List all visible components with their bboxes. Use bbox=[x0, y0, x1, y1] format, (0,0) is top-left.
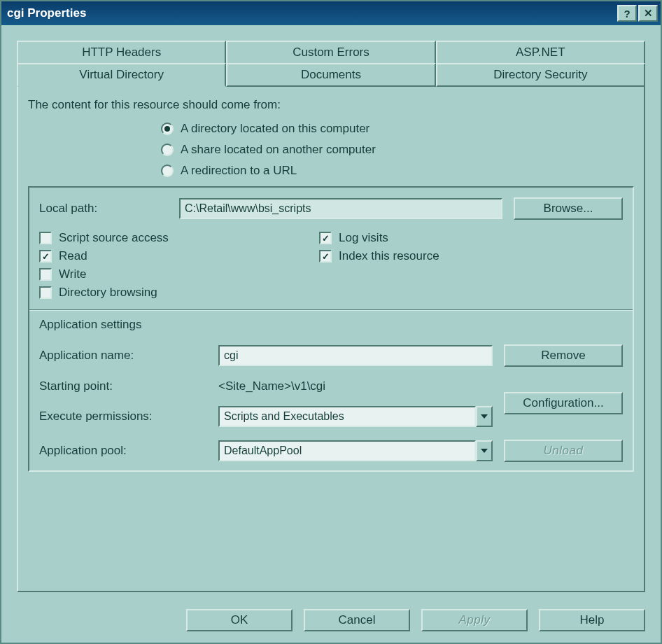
exec-perms-value bbox=[218, 406, 476, 427]
dialog-footer: OK Cancel Apply Help bbox=[17, 592, 645, 631]
exec-perms-select[interactable] bbox=[218, 406, 493, 427]
tab-http-headers[interactable]: HTTP Headers bbox=[17, 41, 226, 63]
checks-left-col: Script source access ✓ Read Write Di bbox=[39, 231, 291, 300]
svg-marker-1 bbox=[481, 449, 488, 453]
checkbox-icon bbox=[39, 286, 52, 299]
titlebar: cgi Properties ? ✕ bbox=[1, 1, 661, 25]
local-path-input[interactable] bbox=[179, 198, 502, 219]
radio-label: A directory located on this computer bbox=[181, 122, 369, 136]
radio-label: A share located on another computer bbox=[181, 143, 376, 157]
app-name-label: Application name: bbox=[39, 349, 207, 363]
exec-perms-label: Execute permissions: bbox=[39, 410, 207, 424]
local-path-label: Local path: bbox=[39, 202, 179, 216]
content-source-prompt: The content for this resource should com… bbox=[28, 98, 634, 112]
radio-icon bbox=[161, 144, 174, 156]
checkbox-label: Write bbox=[59, 267, 86, 281]
app-pool-select[interactable] bbox=[218, 440, 493, 461]
radio-label: A redirection to a URL bbox=[181, 164, 297, 178]
checkbox-icon: ✓ bbox=[319, 250, 332, 262]
local-path-row: Local path: Browse... bbox=[39, 197, 623, 220]
tab-panel: The content for this resource should com… bbox=[17, 85, 645, 592]
properties-dialog: cgi Properties ? ✕ HTTP Headers Custom E… bbox=[0, 0, 662, 644]
check-index-resource[interactable]: ✓ Index this resource bbox=[319, 249, 439, 263]
starting-point-label: Starting point: bbox=[39, 379, 207, 393]
radio-url-redirect[interactable]: A redirection to a URL bbox=[161, 164, 634, 178]
window-title: cgi Properties bbox=[7, 6, 86, 20]
content-area: HTTP Headers Custom Errors ASP.NET Virtu… bbox=[1, 25, 661, 643]
checkbox-label: Read bbox=[59, 249, 87, 263]
starting-point-value: <Site_Name>\v1\cgi bbox=[218, 379, 493, 393]
check-log-visits[interactable]: ✓ Log visits bbox=[319, 231, 439, 245]
checkbox-icon bbox=[39, 268, 52, 281]
radio-icon bbox=[161, 122, 174, 135]
checkbox-label: Directory browsing bbox=[59, 286, 157, 300]
configuration-button[interactable]: Configuration... bbox=[504, 392, 623, 414]
unload-button: Unload bbox=[504, 440, 623, 462]
help-button[interactable]: Help bbox=[539, 609, 645, 631]
checkbox-icon: ✓ bbox=[319, 232, 332, 244]
app-pool-label: Application pool: bbox=[39, 444, 207, 458]
checkbox-icon bbox=[39, 232, 52, 244]
check-write[interactable]: Write bbox=[39, 267, 291, 281]
content-source-radios: A directory located on this computer A s… bbox=[161, 122, 634, 178]
cancel-button[interactable]: Cancel bbox=[304, 609, 410, 631]
tab-custom-errors[interactable]: Custom Errors bbox=[226, 41, 435, 63]
radio-network-share[interactable]: A share located on another computer bbox=[161, 143, 634, 157]
titlebar-buttons: ? ✕ bbox=[617, 5, 658, 22]
check-script-source[interactable]: Script source access bbox=[39, 231, 291, 245]
permission-checks: Script source access ✓ Read Write Di bbox=[39, 231, 623, 300]
app-settings-heading: Application settings bbox=[39, 318, 623, 332]
radio-local-directory[interactable]: A directory located on this computer bbox=[161, 122, 634, 136]
chevron-down-icon bbox=[476, 440, 493, 461]
ok-button[interactable]: OK bbox=[186, 609, 293, 631]
check-directory-browsing[interactable]: Directory browsing bbox=[39, 286, 291, 300]
chevron-down-icon bbox=[476, 406, 493, 427]
tab-virtual-directory[interactable]: Virtual Directory bbox=[17, 63, 226, 87]
svg-marker-0 bbox=[481, 414, 488, 419]
checks-right-col: ✓ Log visits ✓ Index this resource bbox=[319, 231, 439, 300]
apply-button: Apply bbox=[421, 609, 528, 631]
app-pool-value bbox=[218, 440, 476, 461]
divider bbox=[29, 309, 633, 311]
checkbox-label: Index this resource bbox=[339, 249, 439, 263]
app-settings-grid: Application name: Remove Starting point:… bbox=[39, 344, 623, 462]
tab-row-bottom: Virtual Directory Documents Directory Se… bbox=[17, 63, 645, 87]
settings-group: Local path: Browse... Script source acce… bbox=[28, 186, 634, 472]
checkbox-label: Script source access bbox=[59, 231, 169, 245]
app-name-input[interactable] bbox=[218, 345, 493, 366]
tab-directory-security[interactable]: Directory Security bbox=[436, 63, 645, 87]
radio-icon bbox=[161, 164, 174, 177]
remove-button[interactable]: Remove bbox=[504, 344, 623, 367]
checkbox-label: Log visits bbox=[339, 231, 388, 245]
checkbox-icon: ✓ bbox=[39, 250, 52, 262]
close-icon[interactable]: ✕ bbox=[638, 5, 658, 22]
tab-row-top: HTTP Headers Custom Errors ASP.NET bbox=[17, 41, 645, 63]
browse-button[interactable]: Browse... bbox=[514, 197, 623, 220]
tab-asp-net[interactable]: ASP.NET bbox=[436, 41, 645, 63]
help-icon[interactable]: ? bbox=[617, 5, 637, 22]
tab-documents[interactable]: Documents bbox=[226, 63, 435, 87]
check-read[interactable]: ✓ Read bbox=[39, 249, 291, 263]
